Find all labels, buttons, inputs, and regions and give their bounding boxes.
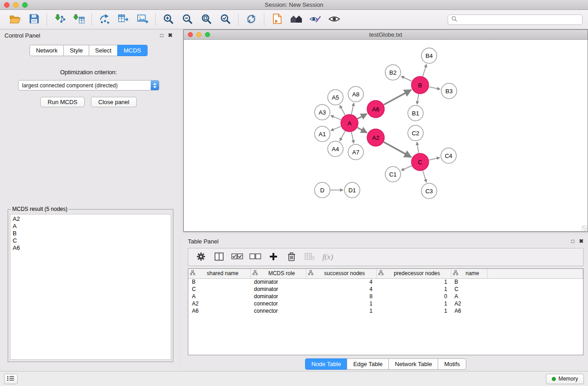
- optimization-dropdown[interactable]: largest connected component (directed): [18, 80, 159, 91]
- network-canvas[interactable]: B4B2BB3A5A8A6A3AB1A1A2C2A4A7C4CC1DD1C3: [184, 40, 588, 231]
- table-cell[interactable]: dominator: [250, 278, 306, 286]
- table-row[interactable]: A2connector11A2: [188, 300, 583, 307]
- tab-mcds[interactable]: MCDS: [117, 45, 147, 56]
- column-header-name[interactable]: name: [451, 269, 487, 278]
- close-table-panel-icon[interactable]: ✖: [579, 238, 583, 244]
- network-edge-A-A4[interactable]: [340, 131, 345, 141]
- table-settings-button[interactable]: [193, 249, 209, 265]
- tab-edge-table[interactable]: Edge Table: [347, 358, 389, 370]
- network-window-titlebar[interactable]: testGlobe.txt: [184, 30, 588, 40]
- network-node-B1[interactable]: B1: [408, 105, 423, 121]
- tab-motifs[interactable]: Motifs: [438, 358, 466, 370]
- select-all-columns-button[interactable]: [229, 249, 245, 265]
- network-node-B2[interactable]: B2: [385, 65, 401, 80]
- table-cell[interactable]: 4: [306, 278, 376, 286]
- export-table-button[interactable]: [114, 11, 133, 28]
- export-network-button[interactable]: [95, 11, 114, 28]
- network-edge-B-B2[interactable]: [401, 76, 412, 81]
- create-column-button[interactable]: [265, 249, 282, 265]
- table-cell[interactable]: connector: [250, 307, 306, 315]
- zoom-out-button[interactable]: [178, 11, 197, 28]
- table-cell[interactable]: B: [188, 278, 250, 286]
- network-node-A5[interactable]: A5: [328, 90, 343, 105]
- network-edge-C-C2[interactable]: [417, 142, 419, 153]
- close-panel-icon[interactable]: ✖: [168, 32, 172, 38]
- minimize-window-button[interactable]: [13, 2, 19, 8]
- network-node-A6[interactable]: A6: [367, 100, 384, 118]
- table-cell[interactable]: A: [188, 293, 250, 300]
- table-cell[interactable]: 1: [376, 278, 451, 286]
- table-cell[interactable]: C: [188, 286, 250, 293]
- network-node-B[interactable]: B: [411, 76, 429, 94]
- table-cell[interactable]: 1: [306, 307, 376, 315]
- table-row[interactable]: Cdominator41C: [188, 286, 583, 293]
- function-builder-button[interactable]: f(x): [320, 249, 336, 265]
- result-item[interactable]: A: [10, 223, 171, 230]
- delete-column-button[interactable]: [283, 249, 300, 265]
- network-edge-C-C3[interactable]: [423, 171, 426, 182]
- close-window-button[interactable]: [4, 2, 10, 8]
- annotation-mode-button[interactable]: [306, 11, 325, 28]
- resize-grip-icon[interactable]: [582, 225, 587, 231]
- result-item[interactable]: C: [10, 237, 171, 244]
- network-edge-A-A3[interactable]: [331, 115, 341, 119]
- export-image-button[interactable]: [133, 11, 152, 28]
- network-node-A8[interactable]: A8: [348, 86, 363, 102]
- network-edge-A-A8[interactable]: [351, 103, 354, 114]
- table-cell[interactable]: B: [451, 278, 487, 286]
- network-node-A[interactable]: A: [341, 114, 358, 132]
- tab-node-table[interactable]: Node Table: [305, 358, 348, 370]
- table-cell[interactable]: dominator: [250, 286, 306, 293]
- tab-select[interactable]: Select: [89, 45, 118, 56]
- table-cell[interactable]: A6: [188, 307, 250, 315]
- table-cell[interactable]: 4: [306, 286, 376, 293]
- network-node-A7[interactable]: A7: [348, 144, 363, 160]
- network-minimize-button[interactable]: [196, 32, 201, 37]
- delete-table-button[interactable]: [301, 249, 318, 265]
- apply-layout-button[interactable]: [242, 11, 261, 28]
- memory-button[interactable]: Memory: [546, 374, 584, 384]
- network-edge-B-B4[interactable]: [423, 64, 426, 76]
- network-node-C1[interactable]: C1: [385, 167, 401, 182]
- import-table-button[interactable]: [69, 11, 88, 28]
- new-network-from-selection-button[interactable]: [268, 11, 287, 28]
- column-header-successor-nodes[interactable]: successor nodes: [306, 269, 376, 278]
- network-node-A3[interactable]: A3: [315, 105, 330, 120]
- network-node-C4[interactable]: C4: [441, 148, 456, 163]
- network-edge-A-A6[interactable]: [358, 114, 367, 119]
- network-node-D[interactable]: D: [315, 182, 330, 198]
- column-header-predecessor-nodes[interactable]: predecessor nodes: [376, 269, 451, 278]
- network-edge-B-B3[interactable]: [429, 87, 440, 89]
- table-row[interactable]: A6connector11A6: [188, 307, 583, 315]
- table-cell[interactable]: 1: [376, 286, 451, 293]
- zoom-in-button[interactable]: [159, 11, 178, 28]
- table-cell[interactable]: 1: [306, 300, 376, 307]
- tab-style[interactable]: Style: [63, 45, 89, 56]
- table-cell[interactable]: connector: [250, 300, 306, 307]
- table-cell[interactable]: 1: [376, 300, 451, 307]
- network-node-C[interactable]: C: [411, 153, 429, 171]
- column-header-mcds-role[interactable]: MCDS role: [250, 269, 306, 278]
- unselect-all-columns-button[interactable]: [247, 249, 263, 265]
- network-edge-A6-B[interactable]: [384, 90, 411, 105]
- show-hide-button[interactable]: [325, 11, 344, 28]
- network-node-A1[interactable]: A1: [315, 126, 330, 142]
- network-edge-A-A2[interactable]: [358, 128, 367, 133]
- tab-network-table[interactable]: Network Table: [388, 358, 438, 370]
- network-edge-A-A1[interactable]: [331, 126, 341, 130]
- table-cell[interactable]: dominator: [250, 293, 306, 300]
- table-row[interactable]: Bdominator41B: [188, 278, 583, 286]
- task-history-button[interactable]: [4, 374, 18, 384]
- table-cell[interactable]: 0: [376, 293, 451, 300]
- result-item[interactable]: B: [10, 230, 171, 237]
- import-network-button[interactable]: [50, 11, 69, 28]
- table-row[interactable]: Adominator80A: [188, 293, 583, 300]
- zoom-window-button[interactable]: [22, 2, 28, 8]
- table-cell[interactable]: A2: [188, 300, 250, 307]
- network-edge-A-A7[interactable]: [351, 132, 354, 143]
- network-edge-C-C4[interactable]: [429, 157, 440, 160]
- table-cell[interactable]: A2: [451, 300, 487, 307]
- network-node-A2[interactable]: A2: [367, 129, 384, 146]
- network-edge-A-A5[interactable]: [340, 105, 345, 115]
- float-panel-icon[interactable]: □: [160, 32, 163, 38]
